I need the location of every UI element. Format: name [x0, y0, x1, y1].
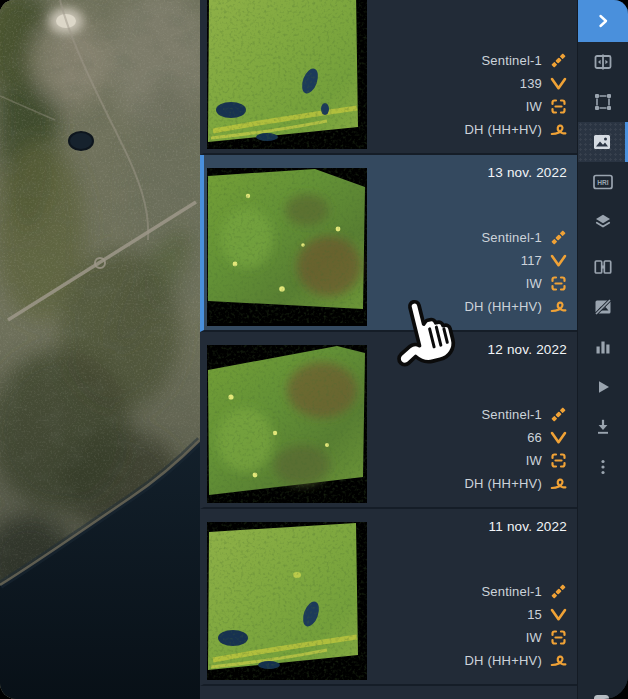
- results-panel: 14 nov. 2022 Sentinel-1 139 IW DH (HH+HV…: [200, 0, 577, 699]
- satellite-label: Sentinel-1: [481, 53, 542, 68]
- scroll-indicator[interactable]: [594, 695, 609, 699]
- toolbar-button-more-options[interactable]: [578, 447, 628, 487]
- mode-label: IW: [526, 630, 542, 645]
- aerial-basemap: [0, 0, 200, 699]
- thumbnail-image[interactable]: [207, 522, 367, 680]
- acquisition-mode-icon: [550, 629, 567, 646]
- more-options-icon: [593, 457, 613, 477]
- result-item[interactable]: 11 nov. 2022 Sentinel-1 15 IW DH (HH+HV): [200, 509, 577, 686]
- satellite-label: Sentinel-1: [481, 584, 542, 599]
- orbit-label: 66: [527, 430, 542, 445]
- orbit-label: 117: [521, 253, 542, 268]
- orbit-direction-icon: [550, 252, 567, 269]
- toolbar-button-statistics[interactable]: [578, 327, 628, 367]
- orbit-label: 139: [520, 76, 542, 91]
- acquisition-date: 12 nov. 2022: [488, 342, 567, 357]
- acquisition-mode-icon: [550, 275, 567, 292]
- collapse-panel-button[interactable]: [578, 0, 628, 42]
- scene-metadata: Sentinel-1 117 IW DH (HH+HV): [465, 226, 567, 318]
- hri-label: HRI: [597, 179, 609, 186]
- acquisition-date: 11 nov. 2022: [489, 519, 567, 534]
- acquisition-mode-icon: [550, 452, 567, 469]
- download-icon: [593, 417, 613, 437]
- mode-label: IW: [526, 453, 542, 468]
- polarization-label: DH (HH+HV): [465, 653, 542, 668]
- image-gallery-icon: [592, 132, 612, 152]
- polarization-icon: [550, 652, 567, 669]
- toolbar-button-swipe-compare[interactable]: [578, 42, 628, 82]
- orbit-direction-icon: [550, 75, 567, 92]
- satellite-icon: [550, 406, 567, 423]
- map-canvas[interactable]: [0, 0, 200, 699]
- orbit-label: 15: [527, 607, 542, 622]
- mode-label: IW: [526, 99, 542, 114]
- split-view-icon: [593, 257, 613, 277]
- thumbnail-image[interactable]: [207, 345, 367, 503]
- toolbar-button-hri[interactable]: HRI: [578, 162, 628, 202]
- toolbar-button-image-off[interactable]: [578, 287, 628, 327]
- mode-label: IW: [526, 276, 542, 291]
- toolbar-button-area-select[interactable]: [578, 82, 628, 122]
- toolbar-button-timelapse[interactable]: [578, 367, 628, 407]
- bar-chart-icon: [593, 337, 613, 357]
- acquisition-date: 13 nov. 2022: [488, 165, 567, 180]
- thumbnail-image[interactable]: [207, 0, 367, 149]
- result-item[interactable]: 12 nov. 2022 Sentinel-1 66 IW DH (HH+HV): [200, 332, 577, 509]
- scene-metadata: Sentinel-1 139 IW DH (HH+HV): [465, 49, 567, 141]
- acquisition-date: 14 nov. 2022: [488, 0, 567, 3]
- scene-metadata: Sentinel-1 66 IW DH (HH+HV): [465, 403, 567, 495]
- play-icon: [593, 377, 613, 397]
- toolbar-button-layers[interactable]: [578, 202, 628, 242]
- result-item-selected[interactable]: 13 nov. 2022 Sentinel-1 117 IW DH (HH+HV…: [200, 155, 577, 332]
- polarization-icon: [550, 298, 567, 315]
- chevron-right-icon: [595, 13, 611, 29]
- acquisition-mode-icon: [550, 98, 567, 115]
- hri-icon: HRI: [592, 172, 614, 192]
- satellite-label: Sentinel-1: [481, 230, 542, 245]
- thumbnail-image[interactable]: [207, 168, 367, 326]
- scene-metadata: Sentinel-1 15 IW DH (HH+HV): [465, 580, 567, 672]
- results-list: 14 nov. 2022 Sentinel-1 139 IW DH (HH+HV…: [200, 0, 577, 686]
- polarization-label: DH (HH+HV): [465, 122, 542, 137]
- swipe-compare-icon: [593, 52, 613, 72]
- satellite-icon: [550, 583, 567, 600]
- toolbar-button-download[interactable]: [578, 407, 628, 447]
- result-item[interactable]: 14 nov. 2022 Sentinel-1 139 IW DH (HH+HV…: [200, 0, 577, 155]
- area-select-icon: [593, 92, 613, 112]
- app-window: 14 nov. 2022 Sentinel-1 139 IW DH (HH+HV…: [0, 0, 628, 699]
- layers-icon: [593, 212, 613, 232]
- image-off-icon: [593, 297, 613, 317]
- satellite-icon: [550, 229, 567, 246]
- polarization-label: DH (HH+HV): [465, 299, 542, 314]
- toolbar-button-image-gallery[interactable]: [578, 122, 628, 162]
- polarization-label: DH (HH+HV): [465, 476, 542, 491]
- toolbar-button-split-view[interactable]: [578, 247, 628, 287]
- polarization-icon: [550, 121, 567, 138]
- orbit-direction-icon: [550, 429, 567, 446]
- satellite-icon: [550, 52, 567, 69]
- side-toolbar: HRI: [577, 0, 628, 699]
- orbit-direction-icon: [550, 606, 567, 623]
- satellite-label: Sentinel-1: [481, 407, 542, 422]
- polarization-icon: [550, 475, 567, 492]
